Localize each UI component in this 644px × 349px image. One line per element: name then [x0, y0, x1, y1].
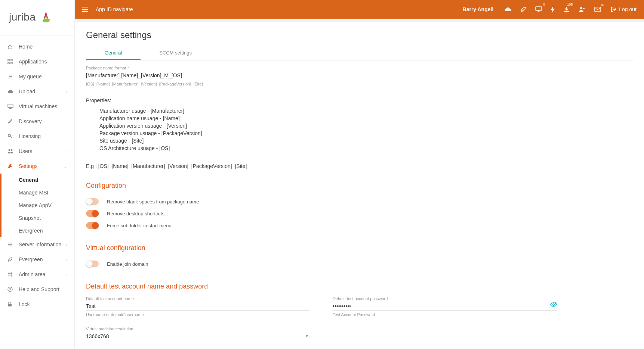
properties-heading: Properties: [86, 97, 633, 103]
logo: juriba [0, 0, 74, 35]
sidebar-subitem-manage-msi[interactable]: Manage MSI [0, 186, 74, 199]
sidebar-item-evergreen[interactable]: Evergreen‹ [0, 252, 74, 267]
sidebar-item-lock[interactable]: Lock [0, 297, 74, 312]
svg-rect-10 [536, 7, 542, 10]
package-name-format-hint: [OS]_[Name]_[Manufacturer]_[Version]_[Pa… [86, 82, 430, 86]
sidebar-item-my-queue[interactable]: My queue [0, 69, 74, 84]
monitor-badge: 0 [542, 3, 546, 6]
home-icon [7, 44, 15, 49]
user-name[interactable]: Barry Angell [463, 6, 494, 12]
property-item: Site usuage - [Site] [99, 137, 633, 144]
svg-rect-0 [8, 59, 9, 61]
menu-toggle-icon[interactable] [82, 7, 88, 12]
list2-icon [7, 242, 15, 247]
logout-label: Log out [619, 6, 637, 12]
sidebar-item-label: Server information [19, 242, 61, 247]
svg-rect-12 [595, 7, 601, 12]
chevron-left-icon: ‹ [66, 243, 67, 247]
page-title: General settings [86, 30, 633, 40]
sidebar-item-label: Settings [19, 163, 38, 169]
sidebar-item-home[interactable]: Home [0, 39, 74, 54]
sidebar-item-label: Licensing [19, 133, 41, 139]
svg-rect-3 [11, 62, 12, 64]
config-row: Remove desktop shortcuts [86, 208, 633, 219]
pencil-icon [7, 119, 15, 124]
sidebar-item-upload[interactable]: Upload‹ [0, 84, 74, 99]
sidebar-item-applications[interactable]: Applications [0, 54, 74, 69]
cloud-icon[interactable] [505, 7, 511, 12]
tab-sccm-settings[interactable]: SCCM settings [141, 46, 210, 60]
vconfig-toggle-0[interactable] [86, 261, 99, 267]
sidebar-item-label: Applications [19, 59, 47, 65]
package-format-example: E.g : [OS]_[Name]_[Manufacturer]_[Versio… [86, 163, 633, 169]
virtual-configuration-heading: Virtual configuration [86, 244, 633, 252]
sidebar-item-licensing[interactable]: Licensing‹ [0, 129, 74, 144]
properties-list: Manufacturer usage - [Manufacturer]Appli… [86, 107, 633, 152]
tab-general[interactable]: General [86, 46, 141, 60]
logout-button[interactable]: Log out [611, 6, 637, 12]
sidebar-item-label: Discovery [19, 118, 41, 124]
sidebar-item-label: Lock [19, 301, 30, 307]
test-account-heading: Default test account name and password [86, 283, 633, 290]
property-item: Package version usuage - [PackageVersion… [99, 130, 633, 137]
test-account-password-hint: Test Account Password [333, 312, 557, 317]
help-icon [7, 287, 15, 292]
config-toggle-2[interactable] [86, 222, 99, 229]
sidebar-subitem-manage-appv[interactable]: Manage AppV [0, 199, 74, 212]
sidebar-item-settings[interactable]: Settings⌄ [0, 159, 74, 174]
download-icon[interactable]: 105 [564, 6, 570, 12]
mail-icon[interactable]: 10 [594, 7, 601, 12]
test-account-name-label: Default test account name [86, 296, 310, 301]
config-label: Remove desktop shortcuts [107, 211, 164, 216]
sidebar-item-admin-area[interactable]: Admin area‹ [0, 267, 74, 282]
sidebar-item-label: Users [19, 148, 33, 154]
show-password-icon[interactable] [550, 302, 557, 307]
config-toggle-0[interactable] [86, 198, 99, 205]
bolt-icon[interactable] [551, 6, 555, 13]
config-label: Remove blank spaces from package name [107, 199, 199, 205]
sidebar-item-server-information[interactable]: Server information‹ [0, 237, 74, 252]
logo-icon [39, 10, 53, 24]
logo-text: juriba [9, 11, 36, 23]
monitor-icon[interactable]: 0 [535, 6, 542, 12]
content: General settings GeneralSCCM settings Pa… [75, 22, 644, 349]
hash-icon [7, 272, 15, 277]
add-user-icon[interactable] [579, 6, 585, 12]
package-name-format-input[interactable] [86, 71, 430, 80]
sidebar-item-label: Admin area [19, 271, 46, 277]
download-badge: 105 [566, 3, 573, 6]
topbar: App ID navigate Barry Angell 0 105 [75, 0, 644, 19]
package-name-format-label: Package name format * [86, 66, 430, 70]
leaf-icon [7, 257, 15, 262]
sidebar-item-virtual-machines[interactable]: Virtual machines [0, 99, 74, 114]
vm-resolution-select[interactable]: 1366x768 [86, 332, 310, 341]
config-label: Force sub folder in start menu [107, 223, 172, 228]
monitor-icon [7, 104, 15, 109]
nav: HomeApplicationsMy queueUpload‹Virtual m… [0, 35, 74, 315]
sidebar-item-label: Home [19, 44, 33, 50]
sidebar-submenu: GeneralManage MSIManage AppVSnapshotEver… [0, 174, 74, 237]
sidebar-item-label: Evergreen [19, 256, 43, 262]
sidebar-subitem-general[interactable]: General [0, 174, 74, 186]
sidebar-item-help-and-support[interactable]: Help and Support‹ [0, 282, 74, 297]
svg-point-13 [553, 304, 554, 305]
test-account-password-input[interactable] [333, 302, 557, 311]
chevron-down-icon: ⌄ [64, 164, 67, 168]
sidebar-subitem-evergreen[interactable]: Evergreen [0, 224, 74, 237]
tabs: GeneralSCCM settings [86, 46, 633, 60]
sidebar-item-users[interactable]: Users‹ [0, 144, 74, 159]
grid-icon [7, 59, 15, 64]
config-toggle-1[interactable] [86, 210, 99, 217]
chevron-left-icon: ‹ [66, 119, 67, 124]
test-account-name-input[interactable] [86, 302, 310, 311]
sidebar-item-discovery[interactable]: Discovery‹ [0, 114, 74, 129]
svg-rect-9 [8, 304, 12, 306]
configuration-heading: Configuration [86, 182, 633, 190]
svg-rect-2 [8, 62, 9, 64]
leaf-icon[interactable] [520, 6, 526, 12]
main: App ID navigate Barry Angell 0 105 [75, 0, 644, 349]
sidebar-subitem-snapshot[interactable]: Snapshot [0, 212, 74, 224]
property-item: Manufacturer usage - [Manufacturer] [99, 107, 633, 115]
chevron-left-icon: ‹ [66, 272, 67, 277]
vconfig-row: Enable join domain [86, 258, 633, 270]
